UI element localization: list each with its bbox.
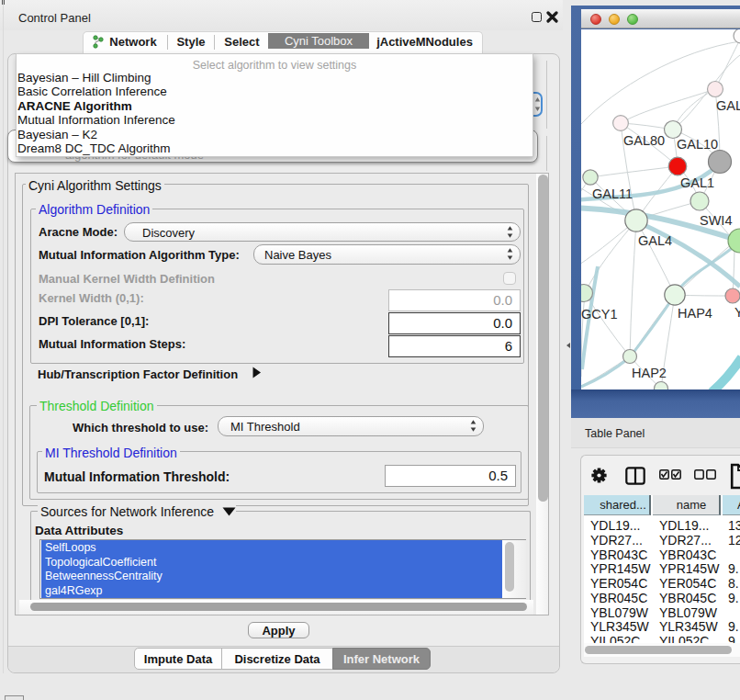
svg-text:Y: Y (734, 305, 740, 320)
svg-text:GAL1: GAL1 (680, 175, 714, 190)
svg-text:GAL11: GAL11 (592, 186, 633, 201)
svg-text:HAP2: HAP2 (632, 366, 667, 380)
svg-text:GAL4: GAL4 (638, 233, 672, 248)
svg-text:SWI4: SWI4 (700, 213, 732, 228)
svg-text:HAP4: HAP4 (678, 306, 712, 321)
svg-text:GAL: GAL (716, 98, 740, 113)
svg-text:GAL80: GAL80 (623, 133, 665, 148)
svg-text:GCY1: GCY1 (581, 307, 618, 322)
svg-text:GAL10: GAL10 (677, 137, 718, 152)
